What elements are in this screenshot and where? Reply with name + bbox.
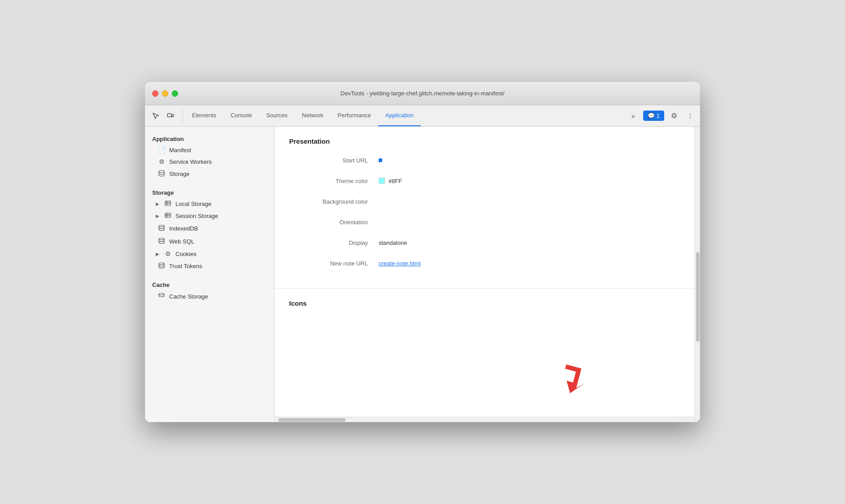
minimize-button[interactable] [162,90,168,97]
tab-network[interactable]: Network [295,105,331,126]
start-url-value: · [379,158,382,162]
theme-color-value: #8FF [379,178,402,184]
local-storage-label: Local Storage [175,201,211,207]
theme-color-swatch[interactable] [379,178,385,184]
traffic-lights [152,90,178,97]
inspect-icon[interactable] [149,109,162,123]
sidebar-item-service-workers[interactable]: ⚙ Service Workers [145,156,274,167]
sidebar-item-cookies[interactable]: ▶ ⚙ Cookies [145,248,274,260]
start-url-dot: · [379,158,382,162]
tab-sources[interactable]: Sources [259,105,295,126]
tab-application[interactable]: Application [378,105,421,126]
vertical-scrollbar-track [695,127,700,422]
local-storage-icon [164,200,172,208]
display-value: standalone [379,239,407,246]
presentation-title: Presentation [289,137,680,145]
toolbar: Elements Console Sources Network Perform… [145,105,700,127]
manifest-label: Manifest [169,147,191,154]
chat-count: 1 [657,112,660,119]
svg-marker-15 [559,364,587,396]
web-sql-label: Web SQL [169,238,194,245]
svg-point-13 [159,263,164,265]
sidebar-app-section-title: Application [145,132,274,144]
trust-tokens-label: Trust Tokens [169,263,202,269]
more-tabs-button[interactable]: » [627,110,640,122]
nav-tabs: Elements Console Sources Network Perform… [185,105,627,126]
main-content: Application 📄 Manifest ⚙ Service Workers [145,127,700,422]
session-storage-label: Session Storage [175,213,218,219]
presentation-section: Presentation Start URL · Theme color [275,127,695,289]
indexeddb-label: IndexedDB [169,225,198,232]
new-note-url-row: New note URL create-note.html [289,257,680,269]
vertical-scrollbar-thumb[interactable] [696,252,700,342]
device-toggle-icon[interactable] [164,109,177,123]
start-url-row: Start URL · [289,154,680,167]
service-workers-icon: ⚙ [158,158,166,165]
sidebar-item-manifest[interactable]: 📄 Manifest [145,144,274,156]
svg-rect-3 [165,201,171,205]
chat-icon: 💬 [648,112,655,119]
expand-session-storage-icon: ▶ [156,214,159,218]
new-note-url-label: New note URL [289,260,379,267]
svg-point-14 [159,293,164,295]
cookies-label: Cookies [175,251,196,257]
tab-elements[interactable]: Elements [185,105,223,126]
sidebar: Application 📄 Manifest ⚙ Service Workers [145,127,275,422]
sidebar-storage-section-title: Storage [145,186,274,198]
maximize-button[interactable] [172,90,178,97]
sidebar-item-indexeddb[interactable]: IndexedDB [145,222,274,235]
scrollbar-thumb-horizontal[interactable] [278,418,346,422]
display-label: Display [289,239,379,246]
expand-local-storage-icon: ▶ [156,201,159,206]
settings-button[interactable]: ⚙ [668,110,680,122]
new-note-url-value: create-note.html [379,260,421,267]
toolbar-right: » 💬 1 ⚙ ⋮ [627,110,696,122]
cache-storage-label: Cache Storage [169,293,208,300]
toolbar-icon-group [149,109,183,123]
sidebar-cache-section-title: Cache [145,278,274,290]
display-row: Display standalone [289,236,680,249]
orientation-label: Orientation [289,219,379,226]
main-panel: Presentation Start URL · Theme color [275,127,695,417]
window-title: DevTools - yielding-large-chef.glitch.me… [341,90,504,97]
cookies-icon: ⚙ [164,250,172,257]
cache-storage-icon [158,292,166,301]
svg-point-11 [159,225,164,227]
sidebar-item-cache-storage[interactable]: Cache Storage [145,290,274,303]
tab-performance[interactable]: Performance [330,105,378,126]
svg-rect-0 [167,114,171,117]
icons-title: Icons [289,299,680,307]
svg-point-12 [159,238,164,240]
background-color-row: Background color [289,195,680,208]
web-sql-icon [158,237,166,246]
storage-app-label: Storage [169,171,190,177]
sidebar-item-trust-tokens[interactable]: Trust Tokens [145,260,274,273]
storage-app-icon [158,170,166,178]
display-text: standalone [379,239,407,246]
devtools-window: DevTools - yielding-large-chef.glitch.me… [145,82,700,422]
svg-rect-1 [172,115,174,117]
orientation-row: Orientation [289,216,680,228]
new-note-url-link[interactable]: create-note.html [379,260,421,267]
theme-color-text: #8FF [388,178,402,184]
theme-color-label: Theme color [289,178,379,184]
start-url-label: Start URL [289,157,379,164]
icons-section: Icons [275,289,695,327]
sidebar-item-storage-app[interactable]: Storage [145,167,274,180]
horizontal-scrollbar[interactable] [275,417,695,422]
svg-point-2 [159,171,164,173]
sidebar-item-web-sql[interactable]: Web SQL [145,235,274,248]
sidebar-item-session-storage[interactable]: ▶ Session Storage [145,210,274,222]
close-button[interactable] [152,90,158,97]
session-storage-icon [164,212,172,220]
more-options-button[interactable]: ⋮ [684,110,696,122]
expand-cookies-icon: ▶ [156,252,159,256]
theme-color-row: Theme color #8FF [289,175,680,187]
tab-console[interactable]: Console [223,105,259,126]
title-bar: DevTools - yielding-large-chef.glitch.me… [145,82,700,105]
arrow-annotation [542,361,587,399]
chat-button[interactable]: 💬 1 [643,111,664,121]
service-workers-label: Service Workers [169,158,212,165]
sidebar-item-local-storage[interactable]: ▶ Local Storage [145,198,274,210]
indexeddb-icon [158,224,166,233]
